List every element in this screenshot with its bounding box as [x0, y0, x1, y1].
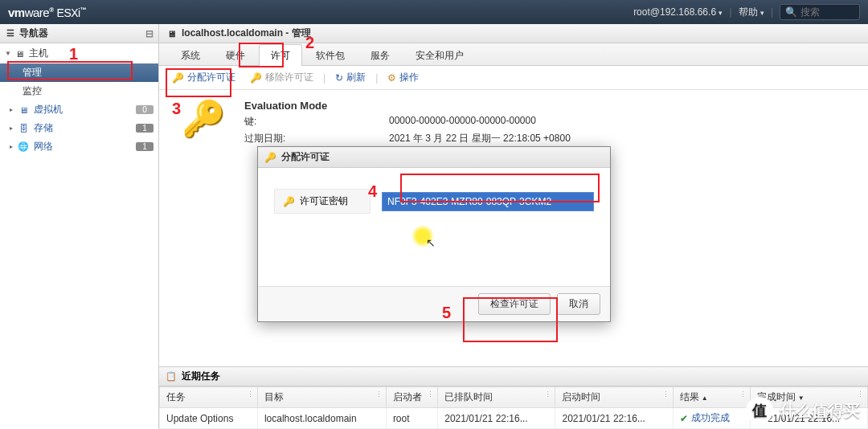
- cell-starter: root: [386, 408, 437, 429]
- tasks-title: 近期任务: [182, 370, 220, 383]
- key-icon: 🔑: [283, 196, 295, 207]
- cursor-icon: ↖: [426, 236, 436, 249]
- cancel-button[interactable]: 取消: [557, 293, 600, 315]
- nav-item-monitor[interactable]: 监控: [0, 82, 158, 100]
- license-key-field-label: 🔑 许可证密钥: [274, 189, 371, 214]
- search-icon: 🔍: [785, 6, 797, 18]
- nav-host-row[interactable]: ▼ 🖥 主机: [0, 43, 158, 63]
- dialog-title: 分配许可证: [281, 150, 330, 164]
- product-logo: vmware®ESXi™: [8, 6, 86, 19]
- content-header: 🖥 localhost.localdomain - 管理: [159, 24, 868, 43]
- remove-license-button[interactable]: 🔑 移除许可证: [245, 68, 318, 87]
- navigator-header: ☰ 导航器 ⊟: [0, 24, 158, 43]
- nav-item-label: 网络: [34, 140, 53, 153]
- col-starter[interactable]: 启动者⋮: [386, 387, 437, 408]
- expand-icon[interactable]: ▼: [5, 50, 11, 57]
- tab-hardware[interactable]: 硬件: [214, 44, 257, 66]
- expand-icon[interactable]: ▸: [10, 125, 13, 132]
- nav-item-label: 存储: [34, 121, 53, 135]
- cell-started: 2021/01/21 22:16...: [555, 408, 673, 429]
- refresh-button[interactable]: ↻ 刷新: [330, 68, 371, 87]
- license-mode: Evaluation Mode: [244, 100, 571, 112]
- success-icon: ✔: [680, 413, 688, 424]
- global-search[interactable]: 🔍: [780, 4, 860, 20]
- check-license-button[interactable]: 检查许可证: [478, 293, 551, 315]
- tab-services[interactable]: 服务: [358, 44, 402, 66]
- col-target[interactable]: 目标⋮: [257, 387, 386, 408]
- dialog-footer: 检查许可证 取消: [258, 286, 610, 321]
- col-started[interactable]: 启动时间⋮: [555, 387, 673, 408]
- tasks-header: 📋 近期任务: [159, 367, 868, 386]
- network-icon: 🌐: [18, 141, 29, 153]
- gear-icon: ⚙: [387, 72, 396, 84]
- key-assign-icon: 🔑: [172, 72, 184, 84]
- col-task[interactable]: 任务⋮: [160, 387, 258, 408]
- tab-bar: 系统 硬件 许可 软件包 服务 安全和用户: [159, 43, 868, 66]
- nav-list-icon: ☰: [5, 28, 16, 39]
- watermark-text: 什么值得买: [780, 400, 860, 422]
- license-key-value: 00000-00000-00000-00000-00000: [389, 115, 536, 129]
- nav-item-label: 管理: [23, 66, 42, 80]
- tab-license[interactable]: 许可: [259, 44, 302, 66]
- assign-license-dialog: 🔑 分配许可证 🔑 许可证密钥 检查许可证 取消: [257, 146, 611, 322]
- vm-icon: 🖥: [18, 104, 29, 116]
- refresh-icon: ↻: [335, 72, 343, 84]
- key-large-icon: 🔑: [175, 98, 231, 358]
- nav-host-label: 主机: [29, 47, 48, 60]
- nav-item-label: 虚拟机: [34, 103, 63, 116]
- navigator-title: 导航器: [19, 27, 48, 40]
- key-remove-icon: 🔑: [250, 72, 262, 84]
- nav-item-vms[interactable]: ▸ 🖥 虚拟机 0: [0, 100, 158, 119]
- tab-system[interactable]: 系统: [169, 44, 212, 66]
- nav-item-label: 监控: [23, 84, 42, 98]
- top-bar: vmware®ESXi™ root@192.168.66.6 ▾ | 帮助 ▾ …: [0, 0, 868, 24]
- storage-icon: 🗄: [18, 123, 29, 134]
- nav-item-storage[interactable]: ▸ 🗄 存储 1: [0, 119, 158, 137]
- user-menu[interactable]: root@192.168.66.6 ▾: [633, 6, 723, 18]
- tab-packages[interactable]: 软件包: [304, 44, 357, 66]
- count-badge: 1: [136, 124, 154, 133]
- action-bar: 🔑 分配许可证 🔑 移除许可证 | ↻ 刷新 | ⚙ 操作: [159, 66, 868, 90]
- expand-icon[interactable]: ▸: [10, 143, 13, 150]
- cell-task: Update Options: [160, 408, 258, 429]
- license-key-label: 键:: [244, 115, 373, 129]
- pin-icon[interactable]: ⊟: [145, 28, 154, 39]
- expand-icon[interactable]: ▸: [10, 106, 13, 113]
- cell-queued: 2021/01/21 22:16...: [438, 408, 555, 429]
- actions-menu[interactable]: ⚙ 操作: [383, 68, 424, 87]
- license-key-input[interactable]: [382, 192, 594, 211]
- key-icon: 🔑: [264, 152, 276, 163]
- watermark-badge-icon: 值: [746, 397, 773, 424]
- navigator-panel: ☰ 导航器 ⊟ ▼ 🖥 主机 管理 监控 ▸ 🖥 虚拟机 0 ▸: [0, 24, 159, 429]
- col-result[interactable]: 结果▲⋮: [673, 387, 750, 408]
- search-input[interactable]: [800, 6, 849, 18]
- cell-target: localhost.localdomain: [257, 408, 386, 429]
- tasks-icon: 📋: [166, 371, 177, 382]
- nav-item-network[interactable]: ▸ 🌐 网络 1: [0, 137, 158, 156]
- license-expire-value: 2021 年 3 月 22 日 星期一 22:18:05 +0800: [389, 132, 571, 145]
- count-badge: 0: [136, 105, 154, 114]
- nav-item-manage[interactable]: 管理: [0, 63, 158, 82]
- dialog-title-bar[interactable]: 🔑 分配许可证: [258, 147, 610, 168]
- count-badge: 1: [136, 142, 154, 151]
- tab-security[interactable]: 安全和用户: [403, 44, 476, 66]
- watermark: 值 什么值得买: [746, 397, 860, 424]
- host-icon: 🖥: [166, 28, 177, 39]
- help-menu[interactable]: 帮助 ▾: [739, 6, 764, 19]
- license-expire-label: 过期日期:: [244, 132, 373, 145]
- col-queued[interactable]: 已排队时间⋮: [438, 387, 555, 408]
- host-icon: 🖥: [14, 48, 26, 59]
- assign-license-button[interactable]: 🔑 分配许可证: [167, 68, 240, 87]
- breadcrumb: localhost.localdomain - 管理: [182, 27, 311, 40]
- cell-result: ✔成功完成: [673, 408, 750, 429]
